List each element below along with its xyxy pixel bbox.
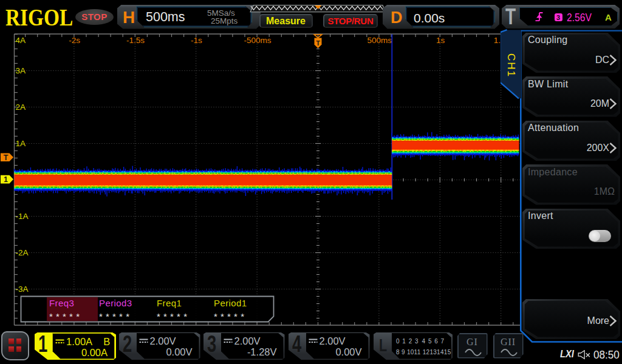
svg-text:500ms: 500ms bbox=[367, 36, 392, 45]
svg-text:-1A: -1A bbox=[16, 212, 29, 221]
svg-text:1A: 1A bbox=[16, 139, 26, 148]
svg-text:-500ms: -500ms bbox=[244, 36, 271, 45]
svg-text:2A: 2A bbox=[16, 103, 26, 112]
svg-text:Freq1: Freq1 bbox=[157, 298, 182, 308]
svg-text:T: T bbox=[316, 39, 320, 47]
svg-text:-3A: -3A bbox=[16, 285, 29, 294]
svg-text:-2A: -2A bbox=[16, 248, 29, 257]
svg-text:*****: ***** bbox=[99, 311, 132, 322]
svg-text:-1.5s: -1.5s bbox=[126, 36, 145, 45]
svg-text:*****: ***** bbox=[157, 311, 190, 322]
svg-text:T: T bbox=[4, 153, 9, 162]
svg-text:4A: 4A bbox=[16, 36, 26, 45]
svg-text:-1s: -1s bbox=[191, 36, 202, 45]
svg-text:Period1: Period1 bbox=[214, 298, 247, 308]
svg-text:3A: 3A bbox=[16, 66, 26, 75]
svg-text:Freq3: Freq3 bbox=[49, 298, 74, 308]
svg-text:-2s: -2s bbox=[69, 36, 80, 45]
svg-text:1s: 1s bbox=[436, 36, 445, 45]
svg-text:1: 1 bbox=[4, 175, 8, 184]
svg-text:*****: ***** bbox=[49, 311, 83, 322]
svg-text:Period3: Period3 bbox=[99, 298, 132, 308]
svg-text:*****: ***** bbox=[214, 311, 247, 322]
